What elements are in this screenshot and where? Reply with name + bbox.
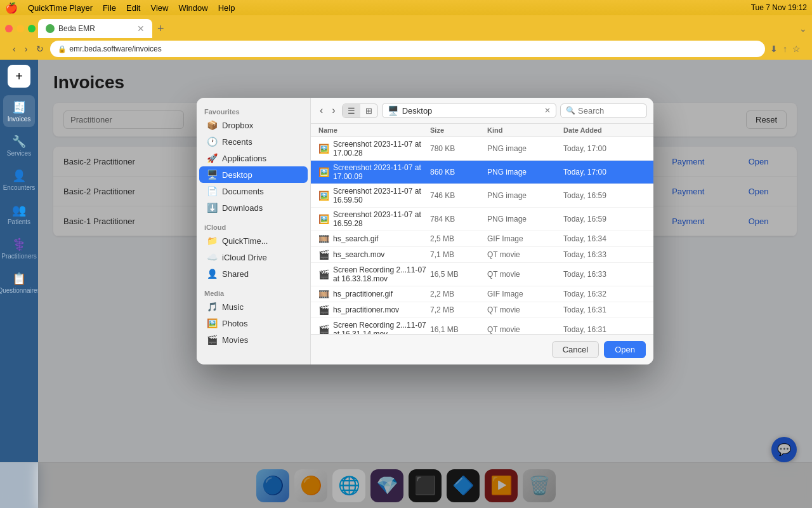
- sidebar-item-questionnaires[interactable]: 📋 Questionnaires: [3, 267, 35, 298]
- search-input[interactable]: [578, 106, 641, 116]
- menu-edit[interactable]: Edit: [126, 3, 140, 13]
- sidebar-item-recents[interactable]: 🕐 Recents: [199, 133, 308, 150]
- sidebar-item-encounters[interactable]: 👤 Encounters: [3, 164, 35, 196]
- shared-icon: 👤: [207, 269, 217, 279]
- menu-bar: 🍎 QuickTime Player File Edit View Window…: [0, 0, 812, 15]
- menu-bar-right: Tue 7 Nov 19:12: [751, 3, 807, 12]
- favourites-heading: Favourites: [197, 105, 310, 117]
- menu-view[interactable]: View: [150, 3, 168, 13]
- window-minimize-button[interactable]: [16, 25, 24, 32]
- col-kind: Kind: [487, 126, 563, 134]
- address-input[interactable]: 🔒 emr.beda.software/invoices: [50, 41, 765, 57]
- apple-menu[interactable]: 🍎: [5, 2, 18, 14]
- file-size: 860 KB: [430, 168, 487, 177]
- address-text: emr.beda.software/invoices: [69, 44, 161, 53]
- sidebar-item-practitioners[interactable]: ⚕️ Practitioners: [3, 232, 35, 264]
- list-view-button[interactable]: ☰: [343, 104, 360, 117]
- window-maximize-button[interactable]: [28, 25, 36, 32]
- file-kind: PNG image: [487, 168, 563, 177]
- sidebar-item-movies[interactable]: 🎬 Movies: [199, 331, 308, 348]
- services-icon: 🔧: [12, 135, 26, 149]
- photos-icon: 🖼️: [207, 318, 217, 328]
- file-date: Today, 16:32: [563, 290, 646, 298]
- sidebar-item-shared[interactable]: 👤 Shared: [199, 265, 308, 282]
- grid-view-button[interactable]: ⊞: [360, 104, 377, 117]
- patients-icon: 👥: [12, 203, 26, 217]
- recents-label: Recents: [222, 137, 252, 147]
- sidebar-item-desktop[interactable]: 🖥️ Desktop: [199, 166, 308, 183]
- back-button[interactable]: ‹: [10, 43, 18, 55]
- menu-help[interactable]: Help: [218, 3, 235, 13]
- dialog-overlay: Favourites 📦 Dropbox 🕐 Recents 🚀 Applica…: [38, 60, 812, 508]
- file-date: Today, 16:31: [563, 325, 646, 334]
- tab-close-button[interactable]: ✕: [137, 24, 145, 33]
- location-clear-button[interactable]: ✕: [544, 106, 551, 115]
- file-name-text: Screenshot 2023-11-07 at 17.00.09: [333, 163, 430, 181]
- download-button[interactable]: ⬇: [769, 43, 779, 55]
- file-date: Today, 17:00: [563, 168, 646, 177]
- file-size: 746 KB: [430, 191, 487, 200]
- sidebar-item-invoices[interactable]: 🧾 Invoices: [3, 95, 35, 127]
- file-list-item[interactable]: 🎬 Screen Recording 2...11-07 at 16.31.14…: [311, 318, 653, 334]
- tab-list-button[interactable]: ⌄: [799, 23, 807, 34]
- file-list: 🖼️ Screenshot 2023-11-07 at 17.00.28 780…: [311, 137, 653, 334]
- file-kind: PNG image: [487, 191, 563, 200]
- file-list-item[interactable]: 🖼️ Screenshot 2023-11-07 at 17.00.28 780…: [311, 137, 653, 161]
- sidebar-item-dropbox[interactable]: 📦 Dropbox: [199, 117, 308, 133]
- file-date: Today, 16:31: [563, 305, 646, 314]
- dialog-back-button[interactable]: ‹: [317, 104, 325, 117]
- browser-tab[interactable]: Beda EMR ✕: [38, 19, 152, 38]
- file-name-text: Screenshot 2023-11-07 at 17.00.28: [333, 140, 430, 157]
- file-name-text: hs_search.gif: [333, 234, 378, 243]
- sidebar-item-downloads[interactable]: ⬇️ Downloads: [199, 199, 308, 216]
- sidebar-item-applications[interactable]: 🚀 Applications: [199, 150, 308, 166]
- app-name[interactable]: QuickTime Player: [28, 3, 93, 13]
- forward-button[interactable]: ›: [22, 43, 30, 55]
- cancel-button[interactable]: Cancel: [552, 341, 599, 358]
- file-list-item[interactable]: 🖼️ Screenshot 2023-11-07 at 16.59.50 746…: [311, 184, 653, 208]
- file-list-item[interactable]: 🎬 hs_practitioner.mov 7,2 MB QT movie To…: [311, 302, 653, 318]
- location-bar[interactable]: 🖥️ Desktop ✕: [382, 103, 556, 118]
- sidebar-item-services[interactable]: 🔧 Services: [3, 130, 35, 161]
- open-button[interactable]: Open: [604, 341, 646, 358]
- sidebar-item-photos[interactable]: 🖼️ Photos: [199, 315, 308, 331]
- sidebar-item-quicktime[interactable]: 📁 QuickTime...: [199, 232, 308, 249]
- file-list-item[interactable]: 🎞️ hs_practitioner.gif 2,2 MB GIF Image …: [311, 286, 653, 302]
- file-list-item[interactable]: 🖼️ Screenshot 2023-11-07 at 16.59.28 784…: [311, 208, 653, 231]
- file-type-icon: 🖼️: [318, 214, 329, 224]
- file-list-item[interactable]: 🖼️ Screenshot 2023-11-07 at 17.00.09 860…: [311, 161, 653, 184]
- dialog-footer: Cancel Open: [311, 334, 653, 364]
- downloads-icon: ⬇️: [207, 203, 217, 213]
- sidebar-item-icloud-drive[interactable]: ☁️ iCloud Drive: [199, 249, 308, 265]
- menu-window[interactable]: Window: [178, 3, 207, 13]
- file-name-text: Screen Recording 2...11-07 at 16.31.14.m…: [333, 321, 430, 334]
- file-list-item[interactable]: 🎬 Screen Recording 2...11-07 at 16.33.18…: [311, 263, 653, 286]
- content-area: Invoices Reset Basic-2 Practitioner Seco…: [38, 60, 812, 508]
- traffic-lights: [5, 25, 36, 32]
- col-name: Name: [318, 126, 430, 134]
- file-list-item[interactable]: 🎬 hs_search.mov 7,1 MB QT movie Today, 1…: [311, 247, 653, 263]
- file-date: Today, 17:00: [563, 144, 646, 153]
- new-tab-button[interactable]: +: [155, 20, 167, 38]
- dialog-forward-button[interactable]: ›: [329, 104, 337, 117]
- file-list-item[interactable]: 🎞️ hs_search.gif 2,5 MB GIF Image Today,…: [311, 231, 653, 247]
- file-size: 7,2 MB: [430, 305, 487, 314]
- photos-label: Photos: [222, 319, 247, 328]
- bookmark-button[interactable]: ☆: [791, 43, 802, 55]
- sidebar-item-music[interactable]: 🎵 Music: [199, 298, 308, 315]
- share-button[interactable]: ↑: [782, 43, 789, 55]
- sidebar-logo[interactable]: +: [8, 65, 30, 88]
- file-kind: QT movie: [487, 270, 563, 279]
- sidebar-item-documents[interactable]: 📄 Documents: [199, 183, 308, 199]
- quicktime-folder-icon: 📁: [207, 236, 217, 246]
- icloud-heading: iCloud: [197, 221, 310, 232]
- window-close-button[interactable]: [5, 25, 13, 32]
- sidebar-item-patients[interactable]: 👥 Patients: [3, 198, 35, 230]
- app-sidebar: + 🧾 Invoices 🔧 Services 👤 Encounters 👥 P…: [0, 60, 38, 508]
- quicktime-label: QuickTime...: [222, 236, 268, 246]
- menu-file[interactable]: File: [103, 3, 116, 13]
- icloud-drive-icon: ☁️: [207, 252, 217, 262]
- dropbox-label: Dropbox: [222, 121, 253, 130]
- reload-button[interactable]: ↻: [34, 43, 46, 55]
- practitioners-icon: ⚕️: [12, 237, 26, 251]
